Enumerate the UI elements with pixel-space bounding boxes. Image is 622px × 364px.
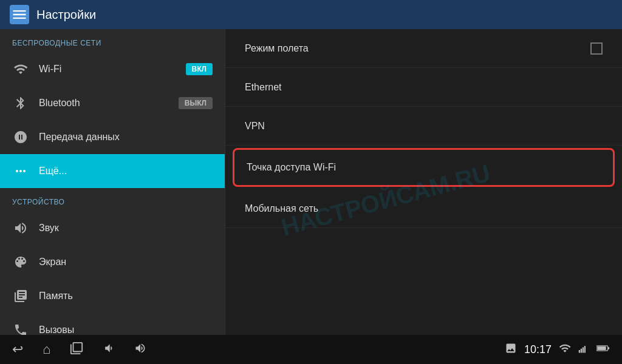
vpn-label: VPN	[245, 121, 265, 132]
bottom-nav: ↩ ⌂ 10:17	[0, 335, 622, 364]
airplane-label: Режим полета	[245, 43, 309, 54]
signal-icon	[578, 343, 589, 356]
bluetooth-icon	[12, 95, 29, 112]
mobile-label: Мобильная сеть	[245, 203, 318, 214]
sidebar-item-sound[interactable]: Звук	[0, 211, 225, 245]
svg-rect-5	[597, 346, 606, 350]
sidebar-item-wifi[interactable]: Wi-Fi ВКЛ	[0, 52, 225, 86]
sidebar-item-bluetooth[interactable]: Bluetooth ВЫКЛ	[0, 86, 225, 120]
panel-item-vpn[interactable]: VPN	[225, 107, 622, 146]
vol-up-button[interactable]	[134, 342, 146, 357]
page-title: Настройки	[36, 8, 96, 22]
wifi-toggle[interactable]: ВКЛ	[186, 63, 213, 75]
time-display: 10:17	[524, 343, 552, 356]
right-panel: Режим полета Ethernet VPN Точка доступа …	[225, 29, 622, 335]
wifi-label: Wi-Fi	[39, 64, 176, 75]
sidebar-item-memory[interactable]: Память	[0, 279, 225, 313]
sidebar-item-more[interactable]: Ещё...	[0, 154, 225, 188]
more-icon	[12, 163, 29, 180]
section-wireless: БЕСПРОВОДНЫЕ СЕТИ	[0, 29, 225, 52]
more-label: Ещё...	[39, 166, 213, 177]
svg-rect-6	[608, 347, 610, 349]
calls-label: Вызовы	[39, 325, 213, 335]
main-content: БЕСПРОВОДНЫЕ СЕТИ Wi-Fi ВКЛ Bluetooth ВЫ…	[0, 29, 622, 335]
calls-icon	[12, 322, 29, 335]
screen-label: Экран	[39, 257, 213, 268]
wifi-status-icon	[559, 342, 571, 357]
panel-item-mobile[interactable]: Мобильная сеть	[225, 189, 622, 228]
sidebar-item-screen[interactable]: Экран	[0, 245, 225, 279]
panel-item-airplane[interactable]: Режим полета	[225, 29, 622, 68]
data-label: Передача данных	[39, 132, 213, 143]
home-button[interactable]: ⌂	[43, 342, 50, 357]
ethernet-label: Ethernet	[245, 82, 281, 93]
hotspot-label: Точка доступа Wi-Fi	[247, 162, 336, 173]
gallery-icon	[505, 342, 517, 357]
top-bar: Настройки	[0, 0, 622, 29]
airplane-checkbox[interactable]	[590, 42, 603, 55]
section-device: УСТРОЙСТВО	[0, 188, 225, 211]
memory-icon	[12, 288, 29, 305]
panel-item-ethernet[interactable]: Ethernet	[225, 68, 622, 107]
data-icon	[12, 129, 29, 146]
battery-icon	[596, 343, 610, 356]
sound-label: Звук	[39, 223, 213, 234]
panel-item-hotspot[interactable]: Точка доступа Wi-Fi	[233, 148, 615, 187]
wifi-icon	[12, 61, 29, 78]
bluetooth-toggle[interactable]: ВЫКЛ	[179, 97, 213, 109]
recent-apps-button[interactable]	[70, 342, 83, 358]
svg-rect-3	[584, 346, 586, 352]
svg-rect-2	[583, 348, 584, 353]
bluetooth-label: Bluetooth	[39, 98, 169, 109]
svg-rect-1	[581, 349, 582, 353]
settings-icon	[10, 5, 29, 24]
sidebar-item-calls[interactable]: Вызовы	[0, 313, 225, 335]
nav-left-buttons: ↩ ⌂	[12, 342, 146, 358]
nav-right-status: 10:17	[505, 342, 610, 357]
sidebar: БЕСПРОВОДНЫЕ СЕТИ Wi-Fi ВКЛ Bluetooth ВЫ…	[0, 29, 225, 335]
sidebar-item-data[interactable]: Передача данных	[0, 120, 225, 154]
back-button[interactable]: ↩	[12, 342, 23, 357]
sound-icon	[12, 220, 29, 237]
vol-down-button[interactable]	[103, 342, 115, 357]
screen-icon	[12, 254, 29, 271]
memory-label: Память	[39, 291, 213, 302]
svg-rect-0	[579, 350, 580, 353]
